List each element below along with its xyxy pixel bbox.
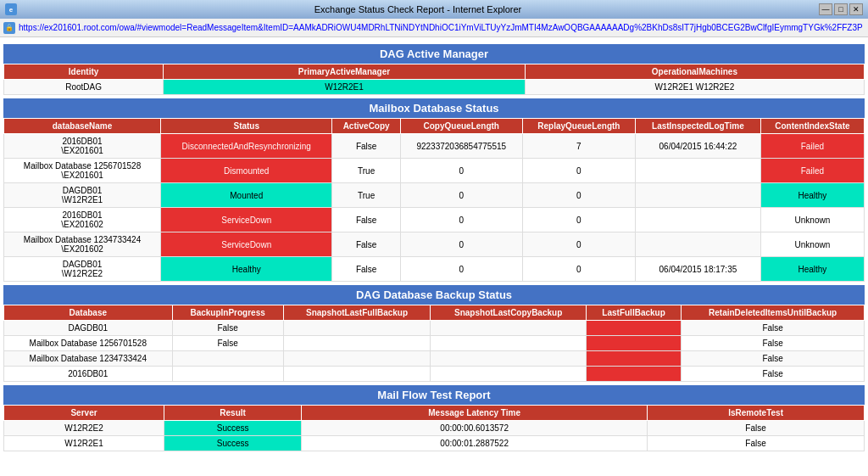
window-controls[interactable]: — □ ✕ [819,3,863,15]
mb-activecopy: True [332,159,400,183]
table-row: W12R2E1 Success 00:00:01.2887522 False [4,436,865,451]
bk-lastfull [586,321,681,336]
mb-content: Healthy [760,257,864,282]
mb-col-content: ContentIndexState [760,119,864,134]
mb-copyqueue: 9223372036854775515 [400,134,522,159]
mb-copyqueue: 0 [400,232,522,257]
bk-snapfull [283,351,431,367]
url-display[interactable]: https://ex201601.root.com/owa/#viewmodel… [19,23,863,32]
mailflow-section-header: Mail Flow Test Report [3,385,865,405]
address-bar: 🔒 https://ex201601.root.com/owa/#viewmod… [0,19,868,37]
mf-col-remote: IsRemoteTest [648,406,865,421]
mailbox-table: databaseName Status ActiveCopy CopyQueue… [3,118,865,282]
table-row: 2016DB01\EX201601 DisconnectedAndResynch… [4,134,865,159]
mb-dbname: 2016DB01\EX201602 [4,208,161,232]
mb-dbname: Mailbox Database 1234733424 \EX201602 [4,232,161,257]
mb-content: Unknown [760,208,864,232]
mf-latency: 00:00:00.6013572 [302,421,648,436]
mb-lastlog: 06/04/2015 16:44:22 [636,134,761,159]
maximize-button[interactable]: □ [834,3,848,15]
mb-lastlog [636,159,761,183]
mb-dbname: 2016DB01\EX201601 [4,134,161,159]
bk-db: DAGDB01 [4,321,173,336]
mb-col-lastlog: LastInspectedLogTime [636,119,761,134]
mb-replayqueue: 0 [522,257,635,282]
bk-snapcopy [431,351,586,367]
security-icon: 🔒 [3,22,15,34]
mb-col-status: Status [161,119,332,134]
mb-activecopy: False [332,232,400,257]
table-row: 2016DB01 False [4,367,865,382]
dag-col-primary: PrimaryActiveManager [164,64,526,80]
dag-operational: W12R2E1 W12R2E2 [525,80,864,95]
bk-snapcopy [431,336,586,351]
bk-col-lastfull: LastFullBackup [586,305,681,321]
mb-dbname: DAGDB01\W12R2E1 [4,183,161,208]
mb-activecopy: False [332,257,400,282]
content-area: DAG Active Manager Identity PrimaryActiv… [0,37,868,455]
mb-lastlog [636,183,761,208]
bk-col-retain: RetainDeletedItemsUntilBackup [682,305,865,321]
table-row: Mailbox Database 1256701528 False False [4,336,865,351]
mb-copyqueue: 0 [400,159,522,183]
mb-status: Dismounted [161,159,332,183]
table-row: Mailbox Database 1234733424 \EX201602 Se… [4,232,865,257]
mb-status: DisconnectedAndResynchronizing [161,134,332,159]
backup-table: Database BackupInProgress SnapshotLastFu… [3,305,865,382]
bk-col-snapfull: SnapshotLastFullBackup [283,305,431,321]
bk-retain: False [682,321,865,336]
mf-server: W12R2E1 [4,436,164,451]
mb-lastlog [636,232,761,257]
table-row: DAGDB01\W12R2E2 Healthy False 0 0 06/04/… [4,257,865,282]
bk-db: 2016DB01 [4,367,173,382]
window-title: Exchange Status Check Report - Internet … [17,4,819,14]
mf-col-latency: Message Latency Time [302,406,648,421]
mb-activecopy: False [332,134,400,159]
mb-replayqueue: 0 [522,183,635,208]
dag-identity: RootDAG [4,80,164,95]
mb-replayqueue: 0 [522,232,635,257]
mf-latency: 00:00:01.2887522 [302,436,648,451]
table-row: Mailbox Database 1234733424 False [4,351,865,367]
mb-content: Failed [760,159,864,183]
bk-progress: False [172,321,283,336]
bk-snapcopy [431,367,586,382]
bk-snapcopy [431,321,586,336]
bk-col-snapcopy: SnapshotLastCopyBackup [431,305,586,321]
mf-col-server: Server [4,406,164,421]
mf-remote: False [648,436,865,451]
mb-col-copyqueue: CopyQueueLength [400,119,522,134]
mf-result: Success [164,421,302,436]
mf-remote: False [648,421,865,436]
bk-lastfull [586,336,681,351]
mb-col-activecopy: ActiveCopy [332,119,400,134]
mb-status: ServiceDown [161,208,332,232]
title-bar: e Exchange Status Check Report - Interne… [0,0,868,19]
browser-icon: e [5,3,17,15]
mb-activecopy: True [332,183,400,208]
dag-primary: W12R2E1 [164,80,526,95]
mb-content: Unknown [760,232,864,257]
mb-dbname: Mailbox Database 1256701528 \EX201601 [4,159,161,183]
mb-copyqueue: 0 [400,208,522,232]
minimize-button[interactable]: — [819,3,832,15]
mb-status: Mounted [161,183,332,208]
dag-section-header: DAG Active Manager [3,44,865,64]
bk-col-progress: BackupInProgress [172,305,283,321]
mb-dbname: DAGDB01\W12R2E2 [4,257,161,282]
bk-snapfull [283,336,431,351]
mf-result: Success [164,436,302,451]
mb-replayqueue: 7 [522,134,635,159]
mailflow-table: Server Result Message Latency Time IsRem… [3,405,865,451]
mb-status: ServiceDown [161,232,332,257]
bk-snapfull [283,367,431,382]
bk-lastfull [586,367,681,382]
bk-progress [172,351,283,367]
mb-copyqueue: 0 [400,257,522,282]
table-row: Mailbox Database 1256701528 \EX201601 Di… [4,159,865,183]
mf-server: W12R2E2 [4,421,164,436]
dag-col-operational: OperationalMachines [525,64,864,80]
bk-db: Mailbox Database 1256701528 [4,336,173,351]
mb-activecopy: False [332,208,400,232]
close-button[interactable]: ✕ [849,3,863,15]
